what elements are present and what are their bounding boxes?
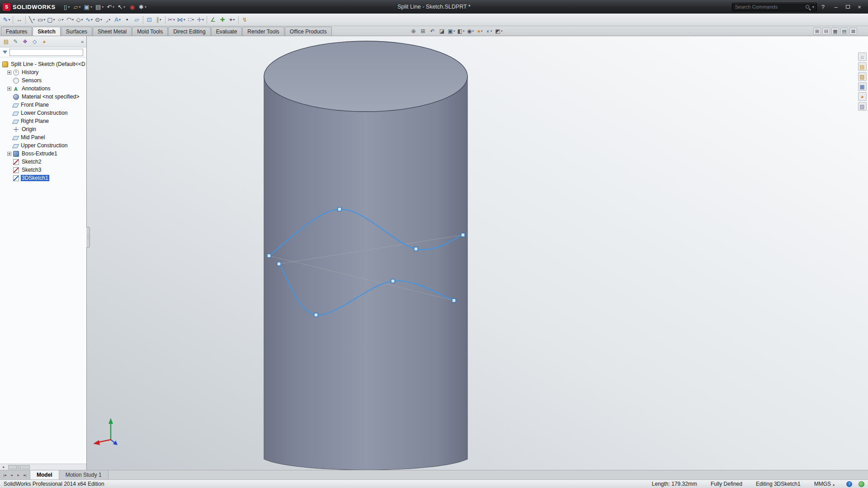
sketch-icon[interactable]: ✎ [2,15,11,25]
smart-dimension-icon[interactable]: ↔ [14,15,24,25]
rebuild-icon[interactable]: ◉ [127,2,137,11]
dimxpertmanager-icon[interactable]: ◇ [30,38,39,46]
convert-entities-icon[interactable]: ⊡ [145,15,154,25]
previous-view-icon[interactable]: ↶ [428,27,437,35]
close-pane-icon[interactable]: ⊠ [849,28,857,35]
tab-sketch[interactable]: Sketch [33,27,60,36]
point-icon[interactable]: • [123,15,132,25]
tree-item-annotations[interactable]: Annotations [0,84,86,93]
tab-features[interactable]: Features [1,27,32,36]
arc-icon[interactable]: ◠ [66,15,75,25]
plane-icon[interactable]: ▱ [132,15,142,25]
text-icon[interactable]: A [113,15,123,25]
select-icon[interactable]: ↖ [116,2,127,11]
custom-properties-icon[interactable]: ▧ [858,102,867,111]
view-palette-icon[interactable]: ▦ [858,82,867,91]
options-icon[interactable]: ✱ [137,2,148,11]
two-pane-icon[interactable]: ⊟ [822,28,830,35]
display-style-icon[interactable]: ◧ [457,27,465,35]
spline-control-point[interactable] [391,279,395,283]
model-canvas[interactable] [87,36,868,470]
search-caret-icon[interactable]: ▾ [812,5,814,9]
appearances-icon[interactable]: ◕ [858,92,867,101]
tree-item-mid-panel[interactable]: Mid Panel [0,133,86,141]
cylinder-body[interactable] [264,76,467,470]
new-document-icon[interactable]: ▯ [62,2,72,11]
filter-icon[interactable] [3,51,7,54]
spline-control-point[interactable] [277,262,281,266]
slot-icon[interactable]: ▢ [46,15,56,25]
scrollbar-thumb[interactable] [8,465,30,469]
spline-control-point[interactable] [314,313,318,317]
polygon-icon[interactable]: ◇ [75,15,85,25]
tree-item-sketch2[interactable]: Sketch2 [0,158,86,166]
status-help-icon[interactable]: ? [846,481,852,487]
search-input[interactable] [732,4,806,9]
tab-surfaces[interactable]: Surfaces [61,27,92,36]
move-entities-icon[interactable]: ✛ [196,15,205,25]
edit-appearance-icon[interactable]: ● [476,27,484,35]
expand-toggle-icon[interactable] [7,70,11,75]
tree-item-3dsketch1[interactable]: 3DSketch1 [0,174,86,182]
apply-scene-icon[interactable]: ◐ [485,27,494,35]
graphics-viewport[interactable]: ⌂ ▤ ▨ ▦ ◕ ▧ [87,36,868,470]
maximize-button[interactable] [842,3,854,11]
zoom-area-icon[interactable]: ⊞ [419,27,427,35]
zoom-fit-icon[interactable]: ⊕ [409,27,418,35]
doc-tab-model[interactable]: Model [30,470,59,479]
trim-entities-icon[interactable]: ✂ [167,15,176,25]
expand-toggle-icon[interactable] [7,87,11,91]
section-view-icon[interactable]: ◪ [438,27,446,35]
open-folder-icon[interactable]: ▱ [72,2,82,11]
tab-direct-editing[interactable]: Direct Editing [168,27,210,36]
spline-control-point[interactable] [338,207,341,211]
cylinder-top-face[interactable] [264,41,467,112]
split-pane-icon[interactable]: ⊞ [813,28,821,35]
save-icon[interactable]: ▣ [83,2,94,11]
search-commands-box[interactable]: ▾ [732,3,817,11]
four-pane-icon[interactable]: ▦ [831,28,839,35]
tree-item-front-plane[interactable]: Front Plane [0,101,86,109]
mirror-entities-icon[interactable]: ⋈ [176,15,186,25]
tab-nav-icon[interactable]: ▸ [15,473,21,477]
minimize-button[interactable]: – [830,3,842,11]
fm-overflow-chevron[interactable]: » [81,39,85,44]
display-relations-icon[interactable]: ∠ [208,15,218,25]
featuremanager-tree-icon[interactable]: ▤ [1,38,11,46]
tab-render-tools[interactable]: Render Tools [242,27,284,36]
print-icon[interactable]: ▤ [94,2,105,11]
design-library-icon[interactable]: ▤ [858,62,867,71]
tree-item-material-not-specified[interactable]: Material <not specified> [0,93,86,101]
spline-control-point[interactable] [414,247,418,251]
panel-horizontal-scrollbar[interactable]: ◂ [0,464,86,470]
tree-filter-input[interactable] [9,49,83,56]
tab-mold-tools[interactable]: Mold Tools [132,27,168,36]
search-icon[interactable] [806,5,809,9]
tab-office-products[interactable]: Office Products [285,27,332,36]
tree-item-right-plane[interactable]: Right Plane [0,117,86,125]
propertymanager-icon[interactable]: ✎ [11,38,20,46]
hide-show-items-icon[interactable]: ◉ [466,27,475,35]
rectangle-icon[interactable]: ▭ [37,15,46,25]
repair-sketch-icon[interactable]: ✚ [218,15,227,25]
close-button[interactable]: × [854,3,865,11]
tab-evaluate[interactable]: Evaluate [211,27,242,36]
view-orientation-icon[interactable]: ▣ [447,27,456,35]
tree-item-sketch3[interactable]: Sketch3 [0,166,86,174]
tree-item-history[interactable]: History [0,68,86,76]
single-pane-icon[interactable]: ▤ [840,28,848,35]
view-settings-icon[interactable]: ◩ [495,27,503,35]
linear-pattern-icon[interactable]: ∷ [186,15,196,25]
quick-snaps-icon[interactable]: ⌖ [227,15,237,25]
tab-nav-icon[interactable]: ◂ [9,473,14,477]
configurationmanager-icon[interactable]: ❖ [20,38,30,46]
ellipse-icon[interactable]: ⊙ [94,15,104,25]
doc-tab-motion-study-1[interactable]: Motion Study 1 [59,470,108,479]
tab-sheet-metal[interactable]: Sheet Metal [93,27,132,36]
undo-icon[interactable]: ↶ [105,2,116,11]
spline-control-point[interactable] [267,254,271,258]
units-selector[interactable]: MMGS [814,481,835,487]
tab-nav-icon[interactable]: ▸| [22,473,28,477]
panel-collapse-handle[interactable] [86,227,90,248]
circle-icon[interactable]: ○ [56,15,66,25]
